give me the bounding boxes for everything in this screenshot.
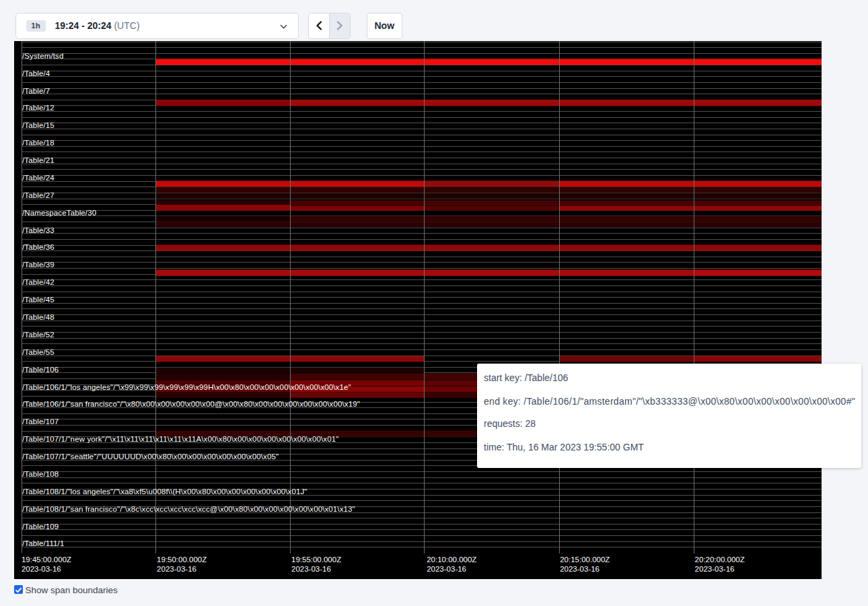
svg-text:/Table/108/1/"san francisco"/": /Table/108/1/"san francisco"/"\x8c\xcc\x…	[22, 505, 355, 513]
svg-text:2023-03-16: 2023-03-16	[291, 565, 331, 573]
svg-text:/Table/108/1/"los angeles"/"\x: /Table/108/1/"los angeles"/"\xa8\xf5\u00…	[22, 487, 308, 496]
svg-text:/Table/107/1/"new york"/"\x11\: /Table/107/1/"new york"/"\x11\x11\x11\x1…	[22, 435, 338, 443]
svg-text:19:45:00.000Z: 19:45:00.000Z	[21, 556, 71, 564]
svg-text:20:15:00.000Z: 20:15:00.000Z	[560, 556, 610, 564]
svg-text:/Table/52: /Table/52	[22, 331, 55, 339]
svg-text:/Table/45: /Table/45	[22, 296, 55, 304]
svg-text:/Table/42: /Table/42	[22, 278, 55, 286]
svg-text:20:10:00.000Z: 20:10:00.000Z	[427, 556, 476, 564]
svg-text:2023-03-16: 2023-03-16	[21, 565, 61, 573]
svg-text:/Table/55: /Table/55	[22, 348, 55, 356]
svg-text:/Table/111/1: /Table/111/1	[22, 539, 64, 547]
svg-text:/Table/106/1/"san francisco"/": /Table/106/1/"san francisco"/"\x80\x00\x…	[22, 400, 360, 408]
svg-text:/Table/39: /Table/39	[22, 261, 55, 269]
svg-text:/Table/4: /Table/4	[22, 69, 50, 77]
svg-text:/Table/33: /Table/33	[22, 226, 55, 234]
svg-text:/Table/109: /Table/109	[22, 523, 59, 531]
svg-text:/Table/106/1/"los angeles"/"\x: /Table/106/1/"los angeles"/"\x99\x99\x99…	[22, 383, 351, 391]
svg-text:/Table/108: /Table/108	[22, 470, 59, 478]
svg-text:/Table/27: /Table/27	[22, 191, 55, 199]
svg-text:/NamespaceTable/30: /NamespaceTable/30	[22, 209, 96, 217]
svg-text:/Table/48: /Table/48	[22, 313, 55, 321]
svg-text:/Table/15: /Table/15	[22, 121, 55, 129]
svg-text:/Table/107: /Table/107	[22, 417, 59, 426]
svg-text:2023-03-16: 2023-03-16	[427, 565, 466, 573]
svg-text:/Table/107/1/"seattle"/"UUUUUU: /Table/107/1/"seattle"/"UUUUUUD\x00\x80\…	[22, 452, 279, 461]
svg-text:/Table/106: /Table/106	[22, 366, 59, 374]
svg-text:/Table/12: /Table/12	[22, 104, 55, 112]
svg-text:/Table/7: /Table/7	[22, 87, 50, 95]
svg-text:/Table/24: /Table/24	[22, 174, 55, 182]
svg-text:/Table/18: /Table/18	[22, 139, 55, 147]
svg-text:2023-03-16: 2023-03-16	[157, 565, 196, 573]
svg-text:19:50:00.000Z: 19:50:00.000Z	[157, 556, 207, 564]
svg-text:/System/tsd: /System/tsd	[22, 52, 63, 60]
svg-text:/Table/21: /Table/21	[22, 156, 55, 164]
svg-text:2023-03-16: 2023-03-16	[694, 565, 734, 573]
svg-text:/Table/36: /Table/36	[22, 243, 55, 251]
svg-text:20:20:00.000Z: 20:20:00.000Z	[694, 556, 744, 564]
svg-text:19:55:00.000Z: 19:55:00.000Z	[291, 556, 341, 564]
svg-text:2023-03-16: 2023-03-16	[560, 565, 600, 573]
